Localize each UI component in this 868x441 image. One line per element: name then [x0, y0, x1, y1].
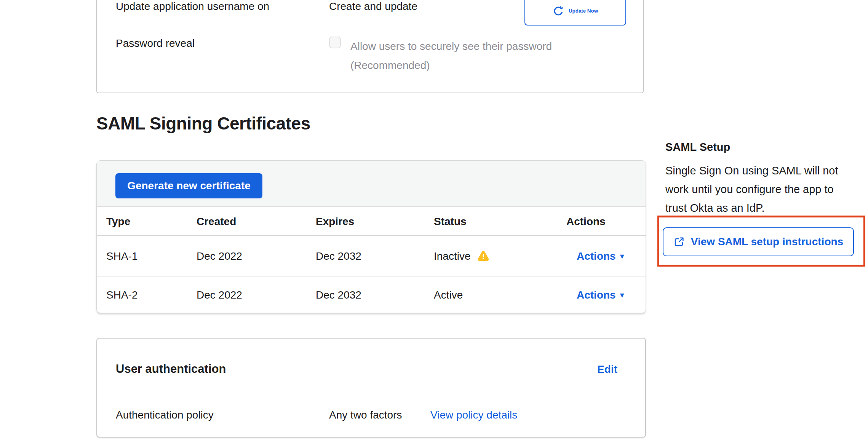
password-reveal-option-note: (Recommended) [350, 56, 552, 75]
table-row-sha1: SHA-1 Dec 2022 Dec 2032 Inactive Actions… [97, 236, 646, 276]
cell-expires: Dec 2032 [316, 289, 434, 301]
chevron-down-icon: ▾ [620, 252, 624, 260]
col-header-actions: Actions [566, 216, 646, 228]
auth-policy-value: Any two factors [329, 409, 402, 421]
generate-certificate-button[interactable]: Generate new certificate [115, 173, 262, 198]
chevron-down-icon: ▾ [620, 291, 624, 299]
warning-icon [477, 250, 490, 263]
actions-dropdown-sha1[interactable]: Actions ▾ [577, 250, 624, 262]
page-canvas: Update application username on Create an… [0, 0, 868, 441]
status-text: Inactive [434, 250, 471, 262]
cell-type: SHA-2 [106, 289, 197, 301]
user-auth-heading: User authentication [116, 362, 226, 376]
user-authentication-panel: User authentication Edit Authentication … [96, 338, 646, 438]
auth-policy-label: Authentication policy [116, 409, 214, 421]
password-reveal-checkbox[interactable] [329, 37, 341, 48]
cell-expires: Dec 2032 [316, 250, 434, 262]
edit-link[interactable]: Edit [597, 363, 617, 375]
col-header-status: Status [434, 216, 566, 228]
password-reveal-option-text: Allow users to securely see their passwo… [350, 37, 552, 56]
external-link-icon [673, 236, 685, 248]
cell-status: Inactive [434, 250, 566, 263]
update-now-button[interactable]: Update Now [524, 0, 626, 26]
cell-created: Dec 2022 [197, 289, 316, 301]
saml-certificates-panel: Generate new certificate Type Created Ex… [96, 160, 646, 313]
username-update-label: Update application username on [116, 0, 314, 13]
col-header-expires: Expires [316, 216, 434, 228]
actions-label: Actions [577, 289, 616, 301]
actions-label: Actions [577, 250, 616, 262]
view-policy-details-link[interactable]: View policy details [430, 409, 517, 421]
cell-created: Dec 2022 [197, 250, 316, 262]
view-saml-setup-instructions-button[interactable]: View SAML setup instructions [663, 227, 854, 256]
table-row-sha2: SHA-2 Dec 2022 Dec 2032 Active Actions ▾ [97, 277, 646, 313]
password-reveal-option: Allow users to securely see their passwo… [350, 37, 552, 75]
col-header-type: Type [106, 216, 197, 228]
update-now-label: Update Now [569, 8, 598, 14]
cell-actions: Actions ▾ [566, 289, 646, 301]
sso-settings-panel: Update application username on Create an… [96, 0, 644, 93]
saml-setup-description: Single Sign On using SAML will not work … [665, 161, 853, 217]
page-title: SAML Signing Certificates [96, 113, 310, 134]
saml-setup-heading: SAML Setup [665, 141, 730, 153]
status-text: Active [434, 289, 463, 301]
view-saml-setup-instructions-label: View SAML setup instructions [691, 236, 843, 248]
refresh-icon [553, 5, 564, 17]
username-update-value: Create and update [329, 0, 417, 13]
generate-certificate-label: Generate new certificate [127, 180, 251, 192]
cell-type: SHA-1 [106, 250, 197, 262]
certificates-table-header: Type Created Expires Status Actions [97, 208, 646, 236]
actions-dropdown-sha2[interactable]: Actions ▾ [577, 289, 624, 301]
col-header-created: Created [197, 216, 316, 228]
password-reveal-label: Password reveal [116, 37, 314, 50]
cell-status: Active [434, 289, 566, 301]
cell-actions: Actions ▾ [566, 250, 646, 262]
